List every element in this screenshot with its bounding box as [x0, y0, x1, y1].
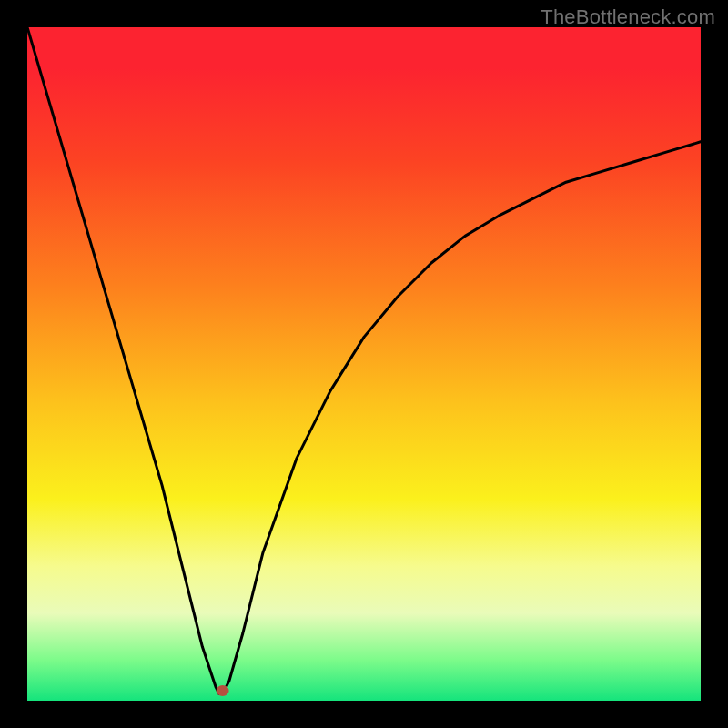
- minimum-marker: [217, 685, 229, 696]
- bottleneck-curve: [27, 27, 701, 694]
- chart-frame: TheBottleneck.com: [0, 0, 728, 728]
- curve-layer: [27, 27, 701, 701]
- plot-area: [27, 27, 701, 701]
- attribution-text: TheBottleneck.com: [541, 5, 715, 29]
